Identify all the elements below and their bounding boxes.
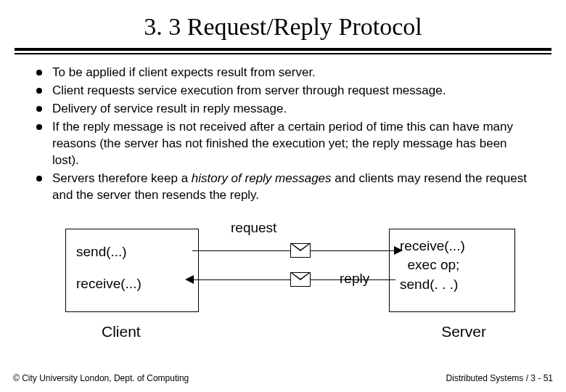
request-label: request [231, 220, 276, 236]
slide-footer: © City University London, Dept. of Compu… [13, 373, 553, 383]
list-item: Servers therefore keep a history of repl… [36, 171, 537, 204]
bullet-dot-icon [36, 70, 42, 75]
reply-label: reply [340, 271, 369, 287]
footer-left: © City University London, Dept. of Compu… [13, 373, 189, 383]
footer-right: Distributed Systems / 3 - 51 [446, 373, 553, 383]
slide-title: 3. 3 Request/Reply Protocol [0, 13, 566, 41]
arrow-right-icon [394, 246, 403, 255]
bullet-dot-icon [36, 88, 42, 94]
protocol-diagram: send(...) receive(...) receive(...) exec… [51, 221, 515, 352]
list-item: Client requests service execution from s… [36, 83, 537, 99]
server-receive-call: receive(...) [400, 237, 509, 256]
bullet-dot-icon [36, 124, 42, 130]
bullet-list: To be applied if client expects result f… [36, 65, 537, 204]
bullet-text: If the reply message is not received aft… [52, 119, 537, 169]
server-role-label: Server [441, 323, 486, 340]
client-send-call: send(...) [76, 244, 192, 260]
bullet-text: Client requests service execution from s… [52, 83, 537, 99]
list-item: Delivery of service result in reply mess… [36, 101, 537, 118]
bullet-text: Delivery of service result in reply mess… [52, 101, 537, 118]
title-divider [15, 48, 551, 54]
client-box: send(...) receive(...) [65, 229, 199, 312]
server-box: receive(...) exec op; send(. . .) [389, 229, 515, 312]
server-send-call: send(. . .) [400, 275, 509, 295]
bullet-dot-icon [36, 176, 42, 181]
arrow-left-icon [185, 275, 194, 284]
client-receive-call: receive(...) [76, 276, 192, 292]
bullet-text: To be applied if client expects result f… [52, 65, 537, 81]
bullet-text: Servers therefore keep a history of repl… [52, 171, 537, 204]
client-role-label: Client [102, 323, 141, 340]
list-item: If the reply message is not received aft… [36, 119, 537, 169]
server-exec-call: exec op; [400, 256, 509, 275]
list-item: To be applied if client expects result f… [36, 65, 537, 81]
envelope-icon [290, 272, 311, 287]
bullet-dot-icon [36, 106, 42, 112]
bullet-text-pre: Servers therefore keep a [52, 171, 192, 185]
bullet-text-em: history of reply messages [192, 171, 332, 185]
envelope-icon [290, 243, 311, 258]
